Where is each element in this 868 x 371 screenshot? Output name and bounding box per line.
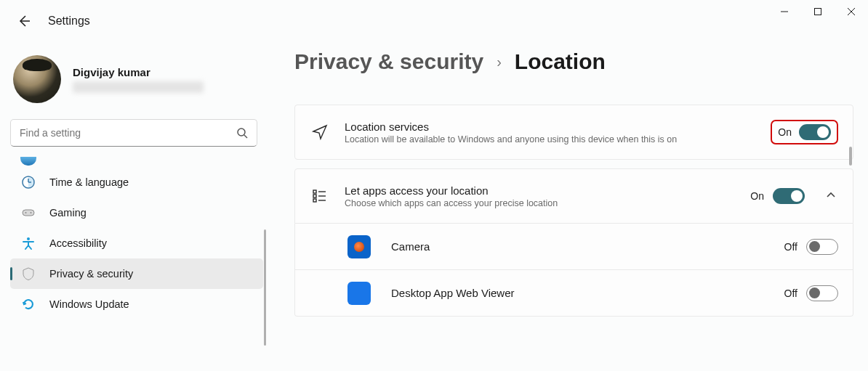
clock-globe-icon — [20, 174, 36, 190]
chevron-up-icon[interactable] — [825, 189, 838, 203]
sidebar-item-label: Gaming — [49, 207, 87, 219]
maximize-button[interactable] — [801, 0, 835, 23]
profile-email-blurred — [73, 81, 204, 93]
toggle-state-label: On — [750, 190, 764, 202]
sidebar-item-label: Windows Update — [49, 298, 129, 310]
toggle-state-label: On — [778, 126, 792, 138]
svg-point-12 — [31, 212, 32, 213]
update-icon — [20, 296, 36, 312]
chevron-right-icon: › — [497, 54, 502, 70]
search-box[interactable] — [10, 119, 257, 147]
sidebar-list: Time & language Gaming Accessibility Pri… — [10, 155, 263, 319]
location-arrow-icon — [310, 123, 330, 141]
svg-rect-16 — [313, 199, 316, 202]
avatar — [13, 55, 61, 103]
card-title: Let apps access your location — [345, 184, 736, 197]
list-settings-icon — [310, 187, 330, 205]
sidebar-item-time-language[interactable]: Time & language — [10, 167, 263, 197]
main-pane: Privacy & security › Location Location s… — [294, 49, 853, 371]
sidebar-item-accessibility[interactable]: Accessibility — [10, 228, 263, 258]
toggle-state-label: Off — [784, 241, 797, 253]
camera-location-toggle[interactable] — [806, 239, 838, 255]
svg-point-5 — [238, 129, 245, 136]
desktop-app-web-viewer-location-toggle[interactable] — [806, 285, 838, 301]
svg-rect-10 — [23, 210, 34, 216]
svg-rect-1 — [815, 9, 821, 15]
apps-access-toggle[interactable] — [773, 188, 805, 204]
app-title: Settings — [48, 15, 90, 28]
breadcrumb-current: Location — [515, 49, 606, 74]
svg-rect-14 — [313, 190, 316, 193]
highlighted-toggle: On — [771, 120, 838, 144]
location-services-toggle[interactable] — [799, 124, 831, 140]
back-button[interactable] — [17, 15, 31, 28]
sidebar-item-label: Time & language — [49, 176, 129, 188]
close-button[interactable] — [835, 0, 868, 23]
svg-rect-15 — [313, 195, 316, 197]
breadcrumb-parent[interactable]: Privacy & security — [294, 49, 483, 74]
app-name: Desktop App Web Viewer — [391, 287, 770, 299]
camera-app-icon — [347, 235, 371, 258]
sidebar-item-label: Privacy & security — [49, 268, 133, 280]
profile-block[interactable]: Digvijay kumar — [10, 51, 263, 116]
sidebar-item-privacy-security[interactable]: Privacy & security — [10, 258, 263, 289]
header: Settings — [17, 15, 90, 28]
window-controls — [768, 0, 868, 23]
apps-access-group: Let apps access your location Choose whi… — [294, 168, 853, 317]
toggle-state-label: Off — [784, 288, 797, 299]
generic-app-icon — [347, 282, 371, 305]
breadcrumb: Privacy & security › Location — [294, 49, 853, 74]
svg-point-11 — [25, 212, 27, 213]
accessibility-icon — [20, 235, 36, 251]
sidebar: Digvijay kumar Time & language Gaming — [10, 51, 263, 319]
app-name: Camera — [391, 240, 770, 253]
shield-icon — [20, 266, 36, 282]
partial-item-icon — [20, 157, 36, 166]
apps-access-card[interactable]: Let apps access your location Choose whi… — [294, 168, 853, 224]
svg-line-6 — [244, 135, 247, 138]
card-subtitle: Choose which apps can access your precis… — [345, 198, 736, 208]
sidebar-item-windows-update[interactable]: Windows Update — [10, 289, 263, 319]
search-icon — [236, 127, 248, 139]
profile-name: Digvijay kumar — [73, 66, 204, 78]
sidebar-item-gaming[interactable]: Gaming — [10, 197, 263, 228]
gamepad-icon — [20, 205, 36, 221]
card-subtitle: Location will be available to Windows an… — [345, 134, 737, 144]
search-input[interactable] — [20, 127, 236, 139]
svg-point-13 — [27, 237, 30, 240]
card-title: Location services — [345, 121, 756, 133]
app-row-camera[interactable]: Camera Off — [294, 224, 853, 270]
location-services-card[interactable]: Location services Location will be avail… — [294, 105, 853, 160]
sidebar-item-label: Accessibility — [49, 237, 107, 249]
minimize-button[interactable] — [768, 0, 801, 23]
app-row-desktop-app-web-viewer[interactable]: Desktop App Web Viewer Off — [294, 270, 853, 317]
settings-cards: Location services Location will be avail… — [294, 105, 853, 317]
